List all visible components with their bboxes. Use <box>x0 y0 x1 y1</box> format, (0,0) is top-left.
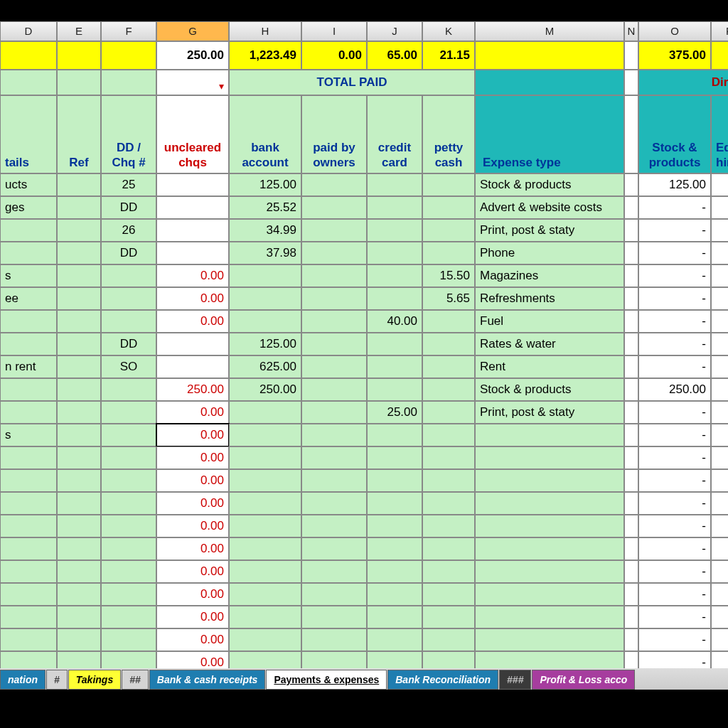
cell-N[interactable] <box>624 287 638 310</box>
total-owners[interactable]: 0.00 <box>301 41 367 70</box>
cell-J[interactable] <box>367 196 422 219</box>
cell-D[interactable]: n rent <box>0 355 57 378</box>
cell-J[interactable]: 25.00 <box>367 401 422 424</box>
sheet-tab[interactable]: Payments & expenses <box>266 670 387 690</box>
cell-G[interactable]: 0.00 <box>156 264 229 287</box>
cell-I[interactable] <box>301 219 367 242</box>
cell-M[interactable] <box>475 515 624 537</box>
cell-I[interactable] <box>301 446 367 469</box>
cell-K[interactable] <box>422 560 475 583</box>
cell-K[interactable] <box>422 378 475 401</box>
cell-P[interactable]: - <box>711 287 728 310</box>
cell-H[interactable] <box>229 287 301 310</box>
cell-N[interactable] <box>624 242 638 264</box>
cell-O[interactable]: - <box>638 264 711 287</box>
cell-H[interactable] <box>229 560 301 583</box>
cell-O[interactable]: - <box>638 287 711 310</box>
total-credit[interactable]: 65.00 <box>367 41 422 70</box>
cell-G[interactable]: 0.00 <box>156 606 229 628</box>
cell-G[interactable]: 0.00 <box>156 583 229 606</box>
cell-H[interactable] <box>229 606 301 628</box>
cell-H[interactable] <box>229 424 301 446</box>
cell-M[interactable]: Rates & water <box>475 333 624 355</box>
cell-D[interactable] <box>0 560 57 583</box>
cell-H[interactable] <box>229 515 301 537</box>
table-row[interactable]: DD37.98Phone-- <box>0 242 728 264</box>
cell-J[interactable] <box>367 537 422 560</box>
cell-D[interactable] <box>0 310 57 333</box>
table-row[interactable]: DD125.00Rates & water-- <box>0 333 728 355</box>
table-row[interactable]: 2634.99Print, post & staty-- <box>0 219 728 242</box>
cell-P[interactable]: - <box>711 242 728 264</box>
cell-M[interactable]: Advert & website costs <box>475 196 624 219</box>
cell-N[interactable] <box>624 264 638 287</box>
table-row[interactable]: 0.0025.00Print, post & staty-- <box>0 401 728 424</box>
cell-N[interactable] <box>624 355 638 378</box>
cell-D[interactable] <box>0 401 57 424</box>
cell-H[interactable]: 37.98 <box>229 242 301 264</box>
table-row[interactable]: 0.00-- <box>0 469 728 492</box>
table-row[interactable]: s0.0015.50Magazines-- <box>0 264 728 287</box>
cell-K[interactable] <box>422 583 475 606</box>
sheet-tab[interactable]: Bank & cash receipts <box>149 670 266 690</box>
cell-E[interactable] <box>57 264 101 287</box>
cell-J[interactable] <box>367 355 422 378</box>
cell-J[interactable] <box>367 583 422 606</box>
cell-N[interactable] <box>624 173 638 196</box>
cell-I[interactable] <box>301 355 367 378</box>
cell-O[interactable]: - <box>638 492 711 515</box>
cell-G[interactable]: 0.00 <box>156 492 229 515</box>
cell-F[interactable] <box>101 606 156 628</box>
cell-O[interactable]: - <box>638 196 711 219</box>
cell-E[interactable] <box>57 401 101 424</box>
cell-I[interactable] <box>301 333 367 355</box>
cell-M[interactable]: Print, post & staty <box>475 401 624 424</box>
cell-H[interactable] <box>229 401 301 424</box>
cell-K[interactable] <box>422 242 475 264</box>
col-header-F[interactable]: F <box>101 21 156 41</box>
cell-G[interactable]: 0.00 <box>156 560 229 583</box>
cell-I[interactable] <box>301 583 367 606</box>
cell-E[interactable] <box>57 173 101 196</box>
cell-I[interactable] <box>301 242 367 264</box>
col-header-E[interactable]: E <box>57 21 101 41</box>
cell-F[interactable] <box>101 264 156 287</box>
dropdown-marker[interactable]: ▾ <box>156 70 229 95</box>
cell-M[interactable]: Stock & products <box>475 378 624 401</box>
cell-G[interactable] <box>156 219 229 242</box>
cell-F[interactable] <box>101 310 156 333</box>
cell-N[interactable] <box>624 469 638 492</box>
col-header-I[interactable]: I <box>301 21 367 41</box>
cell-D[interactable] <box>0 492 57 515</box>
cell-N[interactable] <box>624 310 638 333</box>
cell-I[interactable] <box>301 173 367 196</box>
cell[interactable] <box>475 41 624 70</box>
cell-I[interactable] <box>301 469 367 492</box>
cell-E[interactable] <box>57 492 101 515</box>
cell-P[interactable]: - <box>711 537 728 560</box>
cell[interactable] <box>624 95 638 173</box>
cell-K[interactable] <box>422 606 475 628</box>
cell-E[interactable] <box>57 424 101 446</box>
cell-O[interactable]: - <box>638 333 711 355</box>
cell-N[interactable] <box>624 333 638 355</box>
cell-P[interactable]: - <box>711 355 728 378</box>
total-petty[interactable]: 21.15 <box>422 41 475 70</box>
cell-F[interactable] <box>101 287 156 310</box>
cell-J[interactable] <box>367 560 422 583</box>
cell[interactable] <box>101 70 156 95</box>
cell-G[interactable]: 250.00 <box>156 378 229 401</box>
cell-M[interactable] <box>475 606 624 628</box>
cell-H[interactable] <box>229 446 301 469</box>
cell-E[interactable] <box>57 355 101 378</box>
total-bank[interactable]: 1,223.49 <box>229 41 301 70</box>
cell-D[interactable] <box>0 378 57 401</box>
table-row[interactable]: 0.0040.00Fuel-- <box>0 310 728 333</box>
col-header-M[interactable]: M <box>475 21 624 41</box>
cell-O[interactable]: - <box>638 355 711 378</box>
cell-H[interactable]: 34.99 <box>229 219 301 242</box>
cell-P[interactable]: - <box>711 173 728 196</box>
cell-E[interactable] <box>57 219 101 242</box>
cell-E[interactable] <box>57 469 101 492</box>
cell-N[interactable] <box>624 378 638 401</box>
